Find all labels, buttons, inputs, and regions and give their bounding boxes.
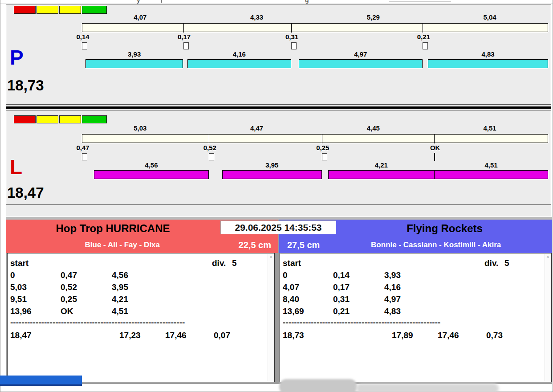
lower-segment-time: 3,95 xyxy=(222,161,322,169)
split-table: 00,143,934,070,174,168,400,314,9713,690,… xyxy=(283,269,545,317)
div-label: div. xyxy=(484,257,498,269)
team-right-split-panel: start div. 5 00,143,934,070,174,168,400,… xyxy=(280,253,552,382)
lower-time-bar xyxy=(94,170,209,179)
split-checkbox[interactable] xyxy=(183,42,189,49)
table-cell: 8,40 xyxy=(283,293,333,305)
table-cell: 4,51 xyxy=(112,305,268,317)
table-cell: 13,69 xyxy=(283,305,333,317)
split-time: 0,25 xyxy=(313,144,333,151)
lower-segment-time: 4,51 xyxy=(434,161,548,169)
ok-tick-mark xyxy=(434,153,435,161)
tab-divider xyxy=(161,0,162,3)
table-cell: 0 xyxy=(283,269,333,281)
start-label: start xyxy=(10,258,28,268)
table-cell: 0,17 xyxy=(333,281,384,293)
table-cell: 13,96 xyxy=(10,305,61,317)
upper-segment-time: 4,51 xyxy=(431,124,548,132)
start-label: start xyxy=(283,258,301,268)
split-time: 0,47 xyxy=(73,144,93,151)
separator-line: ----------------------------------------… xyxy=(10,317,268,329)
upper-bar-divider xyxy=(434,134,435,143)
split-checkbox[interactable] xyxy=(82,153,87,160)
lane-divider xyxy=(6,106,551,109)
total-value: 0,73 xyxy=(486,329,503,341)
taskbar-fragment[interactable] xyxy=(0,376,82,386)
table-cell: 4,83 xyxy=(384,305,545,317)
total-value: 17,23 xyxy=(119,329,141,341)
lane-p-section: P 18,73 4,070,143,934,330,174,165,290,31… xyxy=(6,4,551,105)
scrollbar[interactable]: ^ xyxy=(268,254,274,381)
upper-segment-time: 4,33 xyxy=(199,13,315,21)
table-row: 9,510,254,21 xyxy=(10,293,268,305)
tab-underline xyxy=(389,1,451,2)
lower-time-bar xyxy=(187,59,291,68)
lane-l-total-time: 18,47 xyxy=(7,185,44,200)
upper-bar-divider xyxy=(183,23,184,33)
lower-time-bar xyxy=(328,170,435,179)
div-label: div. xyxy=(212,257,226,269)
lower-segment-time: 3,93 xyxy=(85,50,183,58)
table-cell: 0,14 xyxy=(333,269,384,281)
app-window: y g P 18,73 4,070,143,934,330,174,165,29… xyxy=(0,0,553,392)
upper-segment-time: 5,29 xyxy=(315,13,432,21)
total-time: 18,47 xyxy=(10,331,32,340)
legend-yellow-block xyxy=(59,6,81,14)
table-cell: 0,47 xyxy=(61,269,112,281)
div-value: 5 xyxy=(504,257,509,269)
split-time: OK xyxy=(425,144,445,151)
results-section: Hop Trop HURRICANE Blue - Ali - Fay - Di… xyxy=(6,217,552,384)
table-row: 00,474,56 xyxy=(10,269,268,281)
upper-segment-time: 5,04 xyxy=(431,13,548,21)
table-cell: 4,21 xyxy=(112,293,268,305)
upper-bar-divider xyxy=(322,134,322,143)
scrollbar[interactable]: ^ xyxy=(545,254,551,381)
upper-bar-divider xyxy=(209,134,209,143)
background-shadow xyxy=(279,379,357,392)
lane-p-track: 4,070,143,934,330,174,165,290,314,975,04… xyxy=(82,4,548,104)
split-checkbox[interactable] xyxy=(322,153,327,160)
table-cell: 4,16 xyxy=(384,281,545,293)
background-shadow xyxy=(356,384,499,392)
upper-bar-divider xyxy=(291,23,292,33)
split-time: 0,21 xyxy=(414,33,433,41)
lower-time-bar xyxy=(299,59,423,68)
separator-line: ----------------------------------------… xyxy=(283,317,545,329)
table-cell: 0,21 xyxy=(333,305,384,317)
table-row: 8,400,314,97 xyxy=(283,293,545,305)
split-checkbox[interactable] xyxy=(209,153,214,160)
total-value: 0,07 xyxy=(214,329,230,341)
table-cell: 0,31 xyxy=(333,293,384,305)
upper-bar-divider xyxy=(423,23,423,33)
split-time: 0,31 xyxy=(282,33,302,41)
timestamp: 29.06.2025 14:35:53 xyxy=(220,220,336,234)
table-cell: 4,97 xyxy=(384,293,545,305)
legend-yellow-block xyxy=(37,115,58,123)
scroll-up-icon[interactable]: ^ xyxy=(268,255,274,261)
browser-tab-remnant: y g xyxy=(0,0,553,4)
lower-time-bar xyxy=(434,170,548,179)
table-cell: 4,07 xyxy=(283,281,333,293)
split-time: 0,52 xyxy=(200,144,220,151)
upper-segment-time: 4,47 xyxy=(199,124,315,132)
table-header-row: start div. 5 xyxy=(283,257,545,269)
team-left-split-panel: start div. 5 00,474,565,030,523,959,510,… xyxy=(7,253,275,382)
lower-segment-time: 4,16 xyxy=(187,50,291,58)
team-left-members: Blue - Ali - Fay - Dixa xyxy=(6,241,239,249)
lane-l-section: L 18,47 5,030,474,564,470,523,954,450,25… xyxy=(6,110,551,205)
total-value: 17,46 xyxy=(438,329,459,341)
lower-time-bar xyxy=(428,59,548,68)
lower-segment-time: 4,56 xyxy=(94,161,209,169)
scroll-up-icon[interactable]: ^ xyxy=(545,255,551,261)
split-checkbox[interactable] xyxy=(291,42,297,49)
split-checkbox[interactable] xyxy=(423,42,428,49)
lane-p-total-time: 18,73 xyxy=(7,78,44,93)
split-time: 0,17 xyxy=(175,33,194,41)
total-value: 17,89 xyxy=(392,329,413,341)
team-right-lane-width: 27,5 cm xyxy=(287,240,320,250)
table-row: 13,96OK4,51 xyxy=(10,305,268,317)
upper-segment-time: 4,07 xyxy=(82,13,199,21)
split-checkbox[interactable] xyxy=(82,42,87,49)
timing-display: P 18,73 4,070,143,934,330,174,165,290,31… xyxy=(6,4,551,216)
total-value: 17,46 xyxy=(165,329,187,341)
div-value: 5 xyxy=(232,257,237,269)
